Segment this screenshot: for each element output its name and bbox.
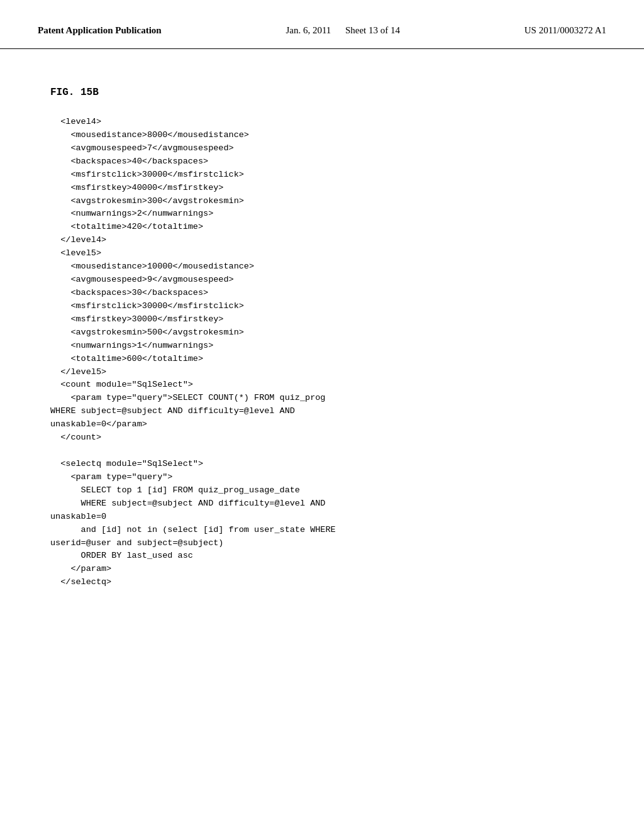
- sheet-info: Sheet 13 of 14: [345, 25, 400, 35]
- publication-date: Jan. 6, 2011: [286, 25, 331, 35]
- code-content: <level4> <mousedistance>8000</mousedista…: [50, 116, 594, 589]
- figure-label: FIG. 15B: [50, 87, 594, 98]
- patent-number: US 2011/0003272 A1: [525, 25, 606, 36]
- page-header: Patent Application Publication Jan. 6, 2…: [0, 0, 644, 49]
- publication-date-sheet: Jan. 6, 2011 Sheet 13 of 14: [162, 25, 525, 36]
- main-content: FIG. 15B <level4> <mousedistance>8000</m…: [0, 49, 644, 627]
- page: Patent Application Publication Jan. 6, 2…: [0, 0, 644, 830]
- publication-title: Patent Application Publication: [38, 25, 162, 36]
